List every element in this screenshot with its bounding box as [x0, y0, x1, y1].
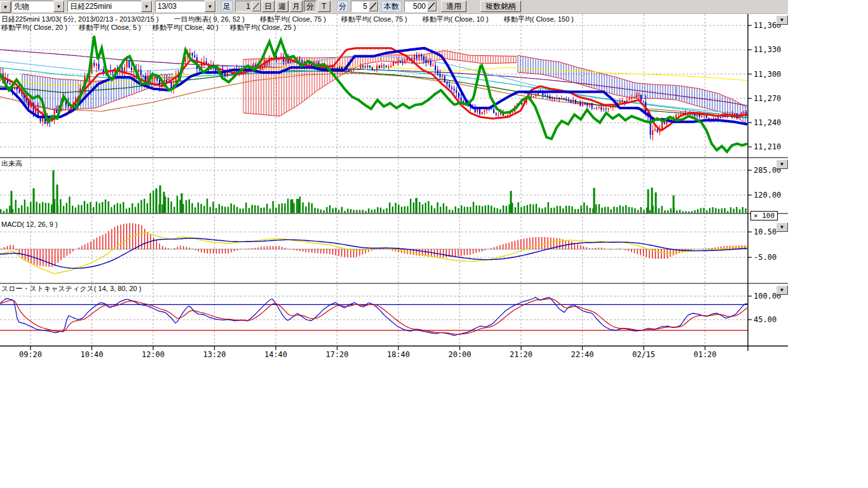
chart-canvas — [0, 0, 788, 368]
price-axis-label: 11,300 — [754, 70, 781, 79]
stoch-panel-dropdown-button[interactable]: ▼ — [776, 285, 788, 295]
stoch-panel-label: スロー・ストキャスティクス( 14, 3, 80, 20 ) — [1, 284, 141, 294]
legend-item-0: 移動平均( Close, 20 ) — [1, 23, 67, 32]
price-axis-label: 11,330 — [754, 45, 781, 54]
macd-axis-label: 10.50 — [754, 227, 776, 236]
indicator-legend-line2: 移動平均( Close, 20 )移動平均( Close, 5 )移動平均( C… — [1, 23, 296, 32]
legend-item-5: 移動平均( Close, 150 ) — [504, 15, 574, 24]
chevron-down-icon: ▼ — [780, 161, 785, 167]
time-axis-label: 14:40 — [264, 350, 287, 359]
time-axis-label: 20:00 — [448, 350, 471, 359]
legend-item-4: 移動平均( Close, 10 ) — [423, 15, 489, 24]
time-axis-label: 09:20 — [19, 350, 42, 359]
chevron-down-icon: ▼ — [780, 17, 785, 23]
legend-item-3: 移動平均( Close, 25 ) — [230, 23, 296, 32]
time-axis-label: 12:00 — [142, 350, 165, 359]
time-axis-label: 01:20 — [693, 350, 716, 359]
price-panel-dropdown-button[interactable]: ▼ — [776, 15, 788, 25]
time-axis-label: 10:40 — [80, 350, 103, 359]
volume-panel-dropdown-button[interactable]: ▼ — [776, 159, 788, 169]
time-axis-label: 21:20 — [510, 350, 532, 359]
legend-item-2: 移動平均( Close, 40 ) — [153, 23, 219, 32]
legend-item-3: 移動平均( Close, 75 ) — [341, 15, 407, 24]
chevron-down-icon: ▼ — [780, 224, 785, 230]
time-axis-label: 17:20 — [325, 350, 348, 359]
volume-multiplier-box: × 100 — [750, 211, 778, 220]
time-axis-label: 18:40 — [387, 350, 410, 359]
price-axis-label: 11,210 — [754, 142, 781, 151]
time-axis-label: 13:20 — [203, 350, 226, 359]
stoch-axis-label: 45.00 — [754, 315, 776, 324]
price-axis-label: 11,270 — [754, 94, 781, 103]
time-axis-label: 22:40 — [571, 350, 593, 359]
macd-panel-dropdown-button[interactable]: ▼ — [776, 222, 788, 232]
chart-application-window: ▼ 先物 ▼ 日経225mini ▼ 13/03 ▼ 足 1 分 5 本数 50… — [0, 0, 868, 488]
macd-panel-label: MACD( 12, 26, 9 ) — [1, 220, 58, 228]
price-axis-label: 11,240 — [754, 118, 781, 127]
volume-axis-label: 120.00 — [754, 191, 781, 200]
macd-axis-label: -5.00 — [754, 253, 776, 262]
legend-item-1: 移動平均( Close, 5 ) — [79, 23, 141, 32]
time-axis-label: 02/15 — [632, 350, 655, 359]
volume-panel-label: 出来高 — [1, 159, 22, 168]
chevron-down-icon: ▼ — [780, 287, 785, 293]
